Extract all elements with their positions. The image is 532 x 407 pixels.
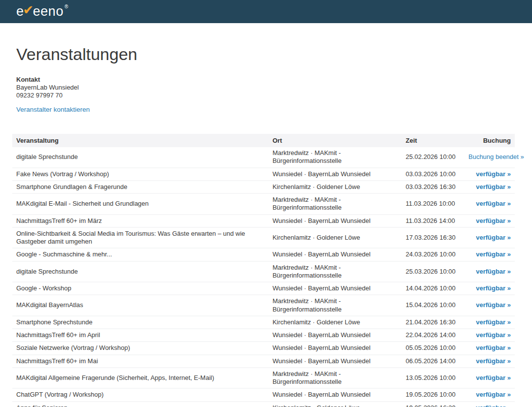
contact-organizer-link[interactable]: Veranstalter kontaktieren xyxy=(16,106,90,113)
event-location: Marktredwitz · MAKmit - Bürgerinformatio… xyxy=(268,295,401,316)
event-row[interactable]: MAKdigital BayernAtlas Marktredwitz · MA… xyxy=(12,295,515,316)
contact-block: Kontakt BayernLab Wunsiedel 09232 97997 … xyxy=(16,76,515,99)
booking-link[interactable]: verfügbar » xyxy=(476,374,511,381)
page-title: Veranstaltungen xyxy=(16,45,515,64)
event-row[interactable]: NachmittagsTreff 60+ im April Wunsiedel … xyxy=(12,329,515,342)
contact-heading: Kontakt xyxy=(16,76,515,84)
event-row[interactable]: Fake News (Vortrag / Workshop) Wunsiedel… xyxy=(12,168,515,181)
event-location: Wunsiedel · BayernLab Wunsiedel xyxy=(268,282,401,295)
event-location: Wunsiedel · BayernLab Wunsiedel xyxy=(268,329,401,342)
event-datetime: 21.04.2026 16:30 xyxy=(401,316,465,329)
event-title: NachmittagsTreff 60+ im März xyxy=(12,215,268,227)
booking-link[interactable]: Buchung beendet » xyxy=(468,153,524,160)
event-title: Google - Workshop xyxy=(12,282,268,295)
event-title: Soziale Netzwerke (Vortrag / Workshop) xyxy=(12,342,268,354)
booking-link[interactable]: verfügbar » xyxy=(476,268,511,275)
event-title: Fake News (Vortrag / Workshop) xyxy=(12,168,268,181)
event-row[interactable]: MAKdigital E-Mail - Sicherheit und Grund… xyxy=(12,193,515,215)
booking-link[interactable]: verfügbar » xyxy=(476,318,511,326)
event-row[interactable]: ChatGPT (Vortrag / Workshop) Wunsiedel ·… xyxy=(12,388,515,401)
event-title: Apps für Senioren xyxy=(12,402,268,407)
event-title: MAKdigital E-Mail - Sicherheit und Grund… xyxy=(12,193,268,215)
event-title: Google - Suchmaschine & mehr... xyxy=(12,248,268,261)
event-datetime: 03.03.2026 16:30 xyxy=(401,181,465,193)
event-location: Marktredwitz · MAKmit - Bürgerinformatio… xyxy=(268,368,401,389)
column-header-buchung: Buchung xyxy=(465,134,515,147)
booking-link[interactable]: verfügbar » xyxy=(476,250,511,258)
event-title: NachmittagsTreff 60+ im April xyxy=(12,329,268,342)
event-title: Smartphone Sprechstunde xyxy=(12,316,268,329)
event-row[interactable]: Smartphone Sprechstunde Kirchenlamitz · … xyxy=(12,316,515,329)
event-row[interactable]: NachmittagsTreff 60+ im März Wunsiedel ·… xyxy=(12,215,515,227)
event-datetime: 14.04.2026 10:00 xyxy=(401,282,465,295)
event-title: ChatGPT (Vortrag / Workshop) xyxy=(12,388,268,401)
booking-link[interactable]: verfügbar » xyxy=(476,170,511,178)
event-location: Wunsiedel · BayernLab Wunsiedel xyxy=(268,248,401,261)
event-row[interactable]: Soziale Netzwerke (Vortrag / Workshop) W… xyxy=(12,342,515,354)
event-title: MAKdigital BayernAtlas xyxy=(12,295,268,316)
event-location: Wunsiedel · BayernLab Wunsiedel xyxy=(268,388,401,401)
column-header-veranstaltung: Veranstaltung xyxy=(12,134,268,147)
event-title: digitale Sprechstunde xyxy=(12,261,268,282)
event-location: Kirchenlamitz · Goldener Löwe xyxy=(268,402,401,407)
booking-link[interactable]: verfügbar » xyxy=(476,234,511,241)
event-datetime: 15.04.2026 10:00 xyxy=(401,295,465,316)
event-title: Smartphone Grundlagen & Fragerunde xyxy=(12,181,268,193)
booking-link[interactable]: verfügbar » xyxy=(476,404,511,407)
event-row[interactable]: NachmittagsTreff 60+ im Mai Wunsiedel · … xyxy=(12,355,515,368)
registered-trademark-symbol: ® xyxy=(65,4,68,9)
event-location: Marktredwitz · MAKmit - Bürgerinformatio… xyxy=(268,261,401,282)
event-datetime: 19.05.2026 16:30 xyxy=(401,402,465,407)
event-title: Online-Sichtbarkeit & Social Media im To… xyxy=(12,227,268,249)
column-header-zeit: Zeit xyxy=(401,134,465,147)
event-location: Kirchenlamitz · Goldener Löwe xyxy=(268,227,401,249)
event-datetime: 25.03.2026 10:00 xyxy=(401,261,465,282)
event-location: Wunsiedel · BayernLab Wunsiedel xyxy=(268,355,401,368)
events-table: Veranstaltung Ort Zeit Buchung digitale … xyxy=(12,134,515,407)
eveeno-logo[interactable]: e✔eeno® xyxy=(16,5,68,18)
event-row[interactable]: MAKdigital Allgemeine Fragerunde (Sicher… xyxy=(12,368,515,389)
event-title: NachmittagsTreff 60+ im Mai xyxy=(12,355,268,368)
event-location: Kirchenlamitz · Goldener Löwe xyxy=(268,181,401,193)
booking-link[interactable]: verfügbar » xyxy=(476,301,511,309)
event-title: digitale Sprechstunde xyxy=(12,147,268,168)
event-datetime: 17.03.2026 16:30 xyxy=(401,227,465,249)
booking-link[interactable]: verfügbar » xyxy=(476,200,511,207)
event-datetime: 25.02.2026 10:00 xyxy=(401,147,465,168)
event-location: Wunsiedel · BayernLab Wunsiedel xyxy=(268,342,401,354)
top-bar: e✔eeno® xyxy=(0,0,532,23)
contact-organizer-name: BayernLab Wunsiedel xyxy=(16,84,515,92)
event-datetime: 19.05.2026 10:00 xyxy=(401,388,465,401)
event-datetime: 11.03.2026 10:00 xyxy=(401,193,465,215)
event-location: Wunsiedel · BayernLab Wunsiedel xyxy=(268,168,401,181)
event-datetime: 24.03.2026 10:00 xyxy=(401,248,465,261)
event-row[interactable]: Apps für Senioren Kirchenlamitz · Golden… xyxy=(12,402,515,407)
event-title: MAKdigital Allgemeine Fragerunde (Sicher… xyxy=(12,368,268,389)
event-location: Wunsiedel · BayernLab Wunsiedel xyxy=(268,215,401,227)
event-row[interactable]: digitale Sprechstunde Marktredwitz · MAK… xyxy=(12,261,515,282)
booking-link[interactable]: verfügbar » xyxy=(476,284,511,292)
event-location: Marktredwitz · MAKmit - Bürgerinformatio… xyxy=(268,147,401,168)
event-row[interactable]: Online-Sichtbarkeit & Social Media im To… xyxy=(12,227,515,249)
event-row[interactable]: Google - Workshop Wunsiedel · BayernLab … xyxy=(12,282,515,295)
event-row[interactable]: Smartphone Grundlagen & Fragerunde Kirch… xyxy=(12,181,515,193)
booking-link[interactable]: verfügbar » xyxy=(476,331,511,339)
booking-link[interactable]: verfügbar » xyxy=(476,217,511,224)
event-datetime: 05.05.2026 10:00 xyxy=(401,342,465,354)
page-content: Veranstaltungen Kontakt BayernLab Wunsie… xyxy=(0,45,532,407)
event-datetime: 22.04.2026 14:00 xyxy=(401,329,465,342)
event-location: Kirchenlamitz · Goldener Löwe xyxy=(268,316,401,329)
event-datetime: 06.05.2026 14:00 xyxy=(401,355,465,368)
event-datetime: 03.03.2026 10:00 xyxy=(401,168,465,181)
logo-text-rest: eeno xyxy=(33,5,64,18)
booking-link[interactable]: verfügbar » xyxy=(476,391,511,398)
booking-link[interactable]: verfügbar » xyxy=(476,183,511,190)
event-row[interactable]: digitale Sprechstunde Marktredwitz · MAK… xyxy=(12,147,515,168)
column-header-ort: Ort xyxy=(268,134,401,147)
event-datetime: 11.03.2026 14:00 xyxy=(401,215,465,227)
contact-phone: 09232 97997 70 xyxy=(16,92,515,99)
checkmark-icon: ✔ xyxy=(23,3,34,16)
event-row[interactable]: Google - Suchmaschine & mehr... Wunsiede… xyxy=(12,248,515,261)
booking-link[interactable]: verfügbar » xyxy=(476,344,511,351)
booking-link[interactable]: verfügbar » xyxy=(476,357,511,365)
